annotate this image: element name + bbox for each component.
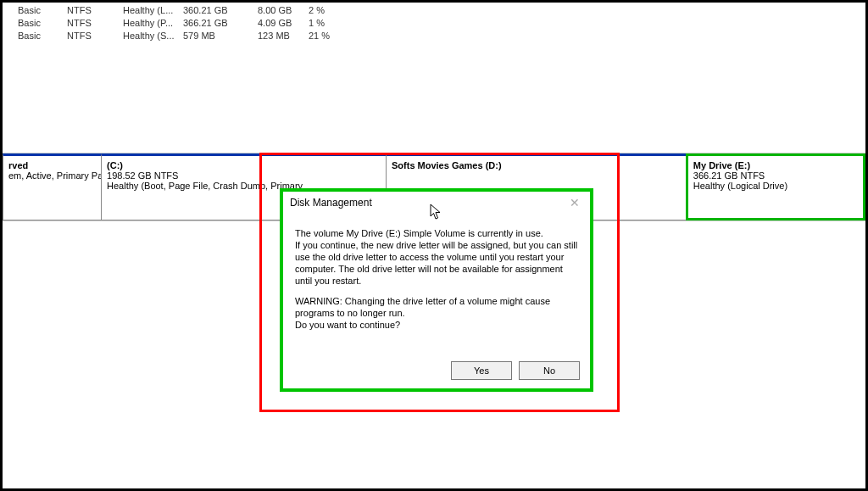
volume-row[interactable]: Basic NTFS Healthy (S... 579 MB 123 MB 2… <box>18 30 850 42</box>
partition-status: em, Active, Primary Pa <box>8 170 96 181</box>
cell-capacity: 579 MB <box>183 30 258 42</box>
dialog-button-row: Yes No <box>283 354 590 388</box>
partition-name: rved <box>8 160 96 170</box>
volume-list: Basic NTFS Healthy (L... 360.21 GB 8.00 … <box>3 3 865 42</box>
cell-capacity: 366.21 GB <box>183 17 258 30</box>
cell-layout: Basic <box>18 4 67 17</box>
dialog-body: The volume My Drive (E:) Simple Volume i… <box>283 212 590 354</box>
cell-status: Healthy (S... <box>123 30 183 42</box>
cell-status: Healthy (L... <box>123 4 183 17</box>
yes-button[interactable]: Yes <box>451 361 512 380</box>
cell-pct: 1 % <box>309 17 342 30</box>
partition-status: Healthy (Logical Drive) <box>693 181 858 191</box>
cell-layout: Basic <box>18 17 67 30</box>
cell-free: 123 MB <box>258 30 309 42</box>
cell-layout: Basic <box>18 30 67 42</box>
partition-system-reserved[interactable]: rved em, Active, Primary Pa <box>3 153 102 220</box>
cell-fs: NTFS <box>67 4 123 17</box>
cell-pct: 2 % <box>309 4 342 17</box>
dialog-confirm-question: Do you want to continue? <box>295 320 400 330</box>
cell-capacity: 360.21 GB <box>183 4 258 17</box>
partition-name: Softs Movies Games (D:) <box>392 160 681 170</box>
dialog-text-line1: The volume My Drive (E:) Simple Volume i… <box>295 228 543 238</box>
partition-size: 366.21 GB NTFS <box>693 170 858 181</box>
partition-name: My Drive (E:) <box>693 160 858 170</box>
no-button[interactable]: No <box>519 361 580 380</box>
dialog-title: Disk Management <box>290 197 372 209</box>
partition-size: 198.52 GB NTFS <box>107 170 381 181</box>
dialog-titlebar[interactable]: Disk Management ✕ <box>283 192 590 212</box>
dialog-text-line2: If you continue, the new drive letter wi… <box>295 240 577 286</box>
cell-pct: 21 % <box>309 30 342 42</box>
cell-free: 4.09 GB <box>258 17 309 30</box>
confirm-dialog: Disk Management ✕ The volume My Drive (E… <box>280 188 593 392</box>
cell-free: 8.00 GB <box>258 4 309 17</box>
partition-e-selected[interactable]: My Drive (E:) 366.21 GB NTFS Healthy (Lo… <box>686 153 865 220</box>
dialog-warning: WARNING: Changing the drive letter of a … <box>295 296 550 318</box>
partition-name: (C:) <box>107 160 381 170</box>
cell-fs: NTFS <box>67 17 123 30</box>
volume-row[interactable]: Basic NTFS Healthy (P... 366.21 GB 4.09 … <box>18 17 850 30</box>
cell-status: Healthy (P... <box>123 17 183 30</box>
volume-row[interactable]: Basic NTFS Healthy (L... 360.21 GB 8.00 … <box>18 4 850 17</box>
cell-fs: NTFS <box>67 30 123 42</box>
close-icon[interactable]: ✕ <box>566 197 583 209</box>
